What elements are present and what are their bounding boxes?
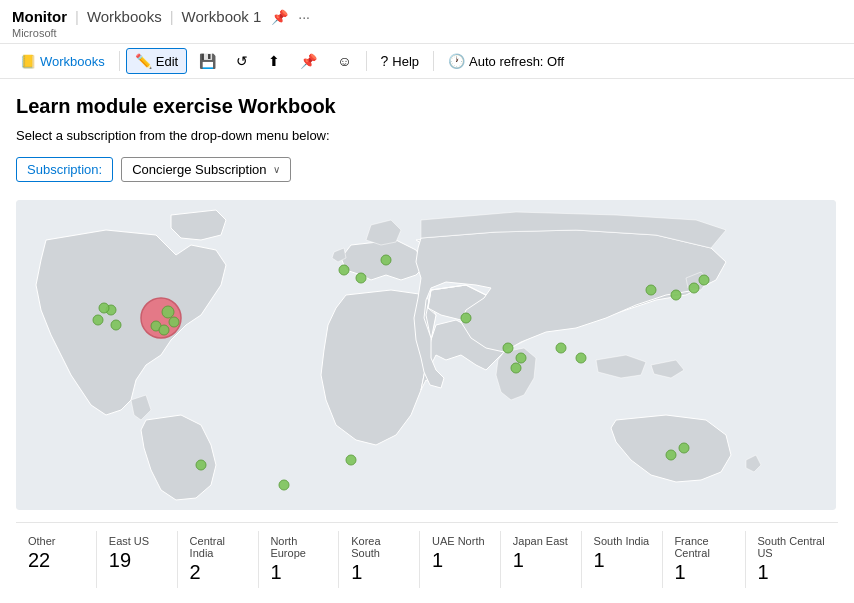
stat-label: France Central xyxy=(674,535,732,559)
help-icon: ? xyxy=(381,53,389,69)
subscription-dropdown[interactable]: Concierge Subscription ∨ xyxy=(121,157,290,182)
stat-label: Central India xyxy=(190,535,246,559)
stat-item-uae-north: UAE North1 xyxy=(420,531,500,576)
stat-item-other: Other22 xyxy=(16,531,96,576)
svg-point-10 xyxy=(339,265,349,275)
svg-point-25 xyxy=(196,460,206,470)
svg-point-14 xyxy=(503,343,513,353)
more-icon[interactable]: ··· xyxy=(298,9,310,25)
pin-toolbar-button[interactable]: 📌 xyxy=(292,49,325,73)
stat-value: 1 xyxy=(270,561,281,584)
sep2: | xyxy=(170,8,174,25)
svg-point-19 xyxy=(689,283,699,293)
workbooks-button[interactable]: 📒 Workbooks xyxy=(12,50,113,73)
clock-icon: 🕐 xyxy=(448,53,465,69)
stat-item-south-india: South India1 xyxy=(582,531,662,576)
pin-icon[interactable]: 📌 xyxy=(271,9,288,25)
help-button[interactable]: ? Help xyxy=(373,49,428,73)
svg-point-26 xyxy=(346,455,356,465)
workbooks-label: Workbooks xyxy=(40,54,105,69)
share-icon: ⬆ xyxy=(268,53,280,69)
svg-point-9 xyxy=(159,325,169,335)
svg-point-17 xyxy=(556,343,566,353)
page-subtitle: Select a subscription from the drop-down… xyxy=(16,128,838,143)
svg-point-2 xyxy=(93,315,103,325)
stat-value: 2 xyxy=(190,561,201,584)
stat-value: 1 xyxy=(432,549,443,572)
workbooks-icon: 📒 xyxy=(20,54,36,69)
subscription-row: Subscription: Concierge Subscription ∨ xyxy=(16,157,838,182)
svg-point-18 xyxy=(576,353,586,363)
stat-item-japan-east: Japan East1 xyxy=(501,531,581,576)
autorefresh-button[interactable]: 🕐 Auto refresh: Off xyxy=(440,49,572,73)
page-title: Learn module exercise Workbook xyxy=(16,95,838,118)
svg-point-16 xyxy=(511,363,521,373)
stat-item-france-central: France Central1 xyxy=(662,531,744,588)
toolbar-divider-1 xyxy=(119,51,120,71)
subscription-label: Subscription: xyxy=(16,157,113,182)
stat-label: Korea South xyxy=(351,535,407,559)
svg-point-24 xyxy=(679,443,689,453)
stat-item-central-india: Central India2 xyxy=(178,531,258,588)
stat-label: Japan East xyxy=(513,535,568,547)
svg-point-4 xyxy=(99,303,109,313)
refresh-icon: ↺ xyxy=(236,53,248,69)
sep1: | xyxy=(75,8,79,25)
svg-point-23 xyxy=(666,450,676,460)
toolbar: 📒 Workbooks ✏️ Edit 💾 ↺ ⬆ 📌 ☺ ? Help 🕐 A… xyxy=(0,43,854,79)
stat-item-korea-south: Korea South1 xyxy=(339,531,419,588)
share-button[interactable]: ⬆ xyxy=(260,49,288,73)
stat-item-east-us: East US19 xyxy=(97,531,177,576)
svg-point-20 xyxy=(699,275,709,285)
emoji-button[interactable]: ☺ xyxy=(329,49,359,73)
edit-icon: ✏️ xyxy=(135,53,152,69)
app-name: Monitor xyxy=(12,8,67,25)
stat-item-south-central-us: South Central US1 xyxy=(745,531,838,588)
svg-point-13 xyxy=(461,313,471,323)
world-map-svg xyxy=(16,200,836,510)
toolbar-divider-2 xyxy=(366,51,367,71)
svg-point-27 xyxy=(279,480,289,490)
stat-value: 1 xyxy=(513,549,524,572)
emoji-icon: ☺ xyxy=(337,53,351,69)
svg-point-21 xyxy=(671,290,681,300)
svg-point-15 xyxy=(516,353,526,363)
edit-label: Edit xyxy=(156,54,178,69)
svg-point-12 xyxy=(381,255,391,265)
save-icon: 💾 xyxy=(199,53,216,69)
toolbar-divider-3 xyxy=(433,51,434,71)
stat-value: 1 xyxy=(674,561,685,584)
stats-bar: Other22East US19Central India2North Euro… xyxy=(16,522,838,596)
breadcrumb-workbook1: Workbook 1 xyxy=(182,8,262,25)
refresh-button[interactable]: ↺ xyxy=(228,49,256,73)
main-content: Learn module exercise Workbook Select a … xyxy=(0,79,854,596)
stat-value: 1 xyxy=(757,561,768,584)
stat-value: 1 xyxy=(594,549,605,572)
stat-value: 19 xyxy=(109,549,131,572)
svg-point-22 xyxy=(646,285,656,295)
save-button[interactable]: 💾 xyxy=(191,49,224,73)
title-bar: Monitor | Workbooks | Workbook 1 📌 ··· xyxy=(0,0,854,27)
autorefresh-label: Auto refresh: Off xyxy=(469,54,564,69)
stat-label: East US xyxy=(109,535,149,547)
stat-item-north-europe: North Europe1 xyxy=(258,531,338,588)
svg-point-6 xyxy=(162,306,174,318)
stat-label: North Europe xyxy=(270,535,326,559)
svg-point-3 xyxy=(111,320,121,330)
stat-label: South India xyxy=(594,535,650,547)
stat-value: 1 xyxy=(351,561,362,584)
edit-button[interactable]: ✏️ Edit xyxy=(126,48,187,74)
svg-point-11 xyxy=(356,273,366,283)
stat-label: South Central US xyxy=(757,535,826,559)
svg-point-8 xyxy=(169,317,179,327)
subscription-value: Concierge Subscription xyxy=(132,162,266,177)
microsoft-label: Microsoft xyxy=(0,27,854,43)
stat-label: Other xyxy=(28,535,56,547)
stat-value: 22 xyxy=(28,549,50,572)
pin-toolbar-icon: 📌 xyxy=(300,53,317,69)
world-map-container xyxy=(16,200,836,510)
stat-label: UAE North xyxy=(432,535,485,547)
chevron-down-icon: ∨ xyxy=(273,164,280,175)
help-label: Help xyxy=(392,54,419,69)
breadcrumb-workbooks[interactable]: Workbooks xyxy=(87,8,162,25)
